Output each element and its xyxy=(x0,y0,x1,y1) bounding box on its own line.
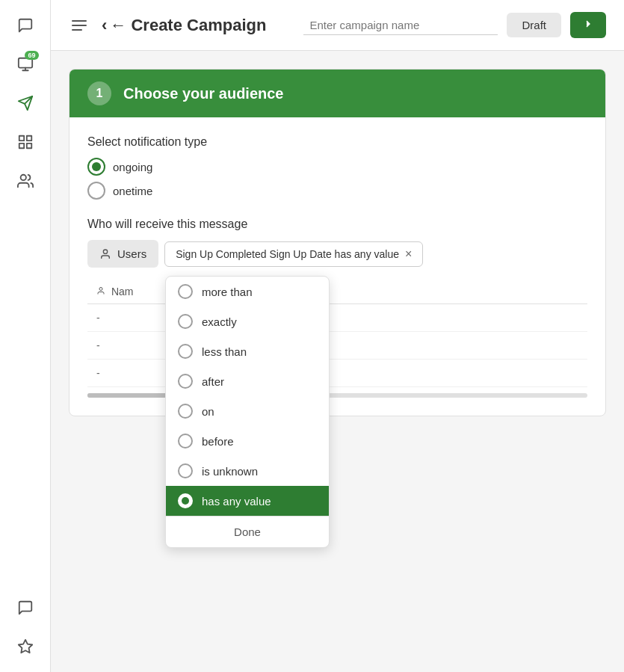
table-row: - xyxy=(87,304,587,332)
send-icon[interactable] xyxy=(9,87,42,120)
col-name-header: Nam xyxy=(87,280,587,304)
svg-point-10 xyxy=(99,288,102,291)
table-cell: - xyxy=(87,332,587,360)
radio-is-unknown xyxy=(178,463,193,478)
page-body: 1 Choose your audience Select notificati… xyxy=(51,51,624,672)
radio-less-than xyxy=(178,344,193,359)
col-name-icon xyxy=(96,286,108,298)
section-card: 1 Choose your audience Select notificati… xyxy=(69,69,606,416)
radio-more-than xyxy=(178,284,193,299)
contacts-icon[interactable] xyxy=(9,164,42,197)
star-icon[interactable] xyxy=(9,630,42,663)
chat-bottom-icon[interactable] xyxy=(9,591,42,624)
audience-label: Who will receive this message xyxy=(87,218,587,231)
dropdown-label-after: after xyxy=(202,375,224,388)
chat-icon[interactable] xyxy=(9,9,42,42)
sidebar: 69 xyxy=(0,0,51,672)
radio-before xyxy=(178,434,193,448)
table-cell: - xyxy=(87,360,587,387)
table-row: - xyxy=(87,332,587,360)
radio-onetime-circle xyxy=(87,182,105,200)
step-number: 1 xyxy=(87,81,111,105)
back-button[interactable]: ‹ ← Create Campaign xyxy=(102,16,266,35)
notification-type-group: ongoing onetime xyxy=(87,158,587,200)
dropdown-label-is-unknown: is unknown xyxy=(202,465,258,478)
dropdown-item-after[interactable]: after xyxy=(166,366,329,396)
notification-type-label: Select notification type xyxy=(87,135,587,149)
svg-rect-6 xyxy=(26,144,31,148)
svg-rect-5 xyxy=(19,144,23,148)
header-actions: Draft xyxy=(303,12,606,38)
done-label: Done xyxy=(234,525,261,538)
dropdown-label-on: on xyxy=(202,405,214,418)
dropdown-menu: more than exactly less than after xyxy=(165,276,330,548)
page-title: ← Create Campaign xyxy=(110,16,266,35)
scroll-bar[interactable] xyxy=(87,393,587,398)
notification-badge: 69 xyxy=(25,51,38,60)
dropdown-item-before[interactable]: before xyxy=(166,426,329,456)
radio-onetime-label: onetime xyxy=(113,185,152,197)
users-button[interactable]: Users xyxy=(87,240,158,268)
dropdown-item-has-any-value[interactable]: has any value xyxy=(166,486,329,516)
filter-chip[interactable]: Sign Up Completed Sign Up Date has any v… xyxy=(164,241,423,267)
back-icon: ‹ xyxy=(102,16,107,35)
users-btn-label: Users xyxy=(117,247,146,260)
dropdown-label-more-than: more than xyxy=(202,286,253,298)
radio-exactly xyxy=(178,314,193,329)
radio-onetime[interactable]: onetime xyxy=(87,182,587,200)
done-button[interactable]: Done xyxy=(166,516,329,547)
dropdown-label-exactly: exactly xyxy=(202,315,237,328)
table-row: - xyxy=(87,360,587,387)
header: ‹ ← Create Campaign Draft xyxy=(51,0,624,51)
table-area: Nam - - - xyxy=(87,280,587,398)
data-table: Nam - - - xyxy=(87,280,587,387)
svg-marker-8 xyxy=(18,640,31,653)
dropdown-item-is-unknown[interactable]: is unknown xyxy=(166,456,329,486)
dropdown-label-less-than: less than xyxy=(202,345,247,358)
dropdown-item-exactly[interactable]: exactly xyxy=(166,306,329,336)
section-body: Select notification type ongoing onetime… xyxy=(69,117,605,416)
radio-ongoing-circle xyxy=(87,158,105,176)
grid-icon[interactable] xyxy=(9,126,42,158)
save-button[interactable] xyxy=(570,12,606,38)
main-content: ‹ ← Create Campaign Draft 1 Choose your … xyxy=(51,0,624,672)
campaign-name-input[interactable] xyxy=(303,16,498,35)
radio-on xyxy=(178,404,193,419)
audience-row: Users Sign Up Completed Sign Up Date has… xyxy=(87,240,587,268)
hamburger-button[interactable] xyxy=(69,17,90,34)
svg-rect-3 xyxy=(19,136,23,141)
svg-rect-4 xyxy=(26,136,31,141)
svg-point-9 xyxy=(103,250,107,253)
dropdown-label-has-any-value: has any value xyxy=(202,495,271,508)
table-cell: - xyxy=(87,304,587,332)
radio-has-any-value xyxy=(178,493,193,508)
dropdown-label-before: before xyxy=(202,435,234,448)
dropdown-item-more-than[interactable]: more than xyxy=(166,277,329,306)
svg-point-7 xyxy=(20,175,25,180)
dropdown-item-less-than[interactable]: less than xyxy=(166,336,329,366)
draft-button[interactable]: Draft xyxy=(507,13,561,37)
radio-after xyxy=(178,374,193,389)
filter-chip-text: Sign Up Completed Sign Up Date has any v… xyxy=(176,248,399,260)
dropdown-item-on[interactable]: on xyxy=(166,396,329,426)
section-header: 1 Choose your audience xyxy=(69,70,605,117)
radio-ongoing[interactable]: ongoing xyxy=(87,158,587,176)
inbox-icon[interactable]: 69 xyxy=(9,48,42,81)
chip-close-icon[interactable]: × xyxy=(405,248,412,260)
radio-ongoing-label: ongoing xyxy=(113,161,152,173)
section-title: Choose your audience xyxy=(123,85,284,102)
